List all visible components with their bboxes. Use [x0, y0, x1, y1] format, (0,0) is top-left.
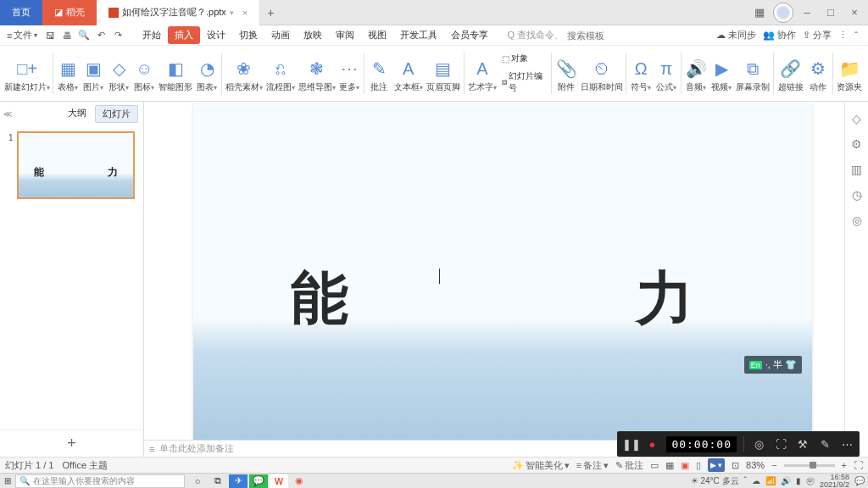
- rec-target-icon[interactable]: ◎: [751, 438, 766, 451]
- fit-icon[interactable]: ⛶: [854, 460, 863, 470]
- sync-status[interactable]: ☁ 未同步: [716, 29, 756, 42]
- ribbon-图片[interactable]: ▣图片▾: [81, 47, 106, 99]
- rec-tools-icon[interactable]: ⚒: [795, 438, 810, 451]
- ribbon-更多[interactable]: ⋯更多▾: [337, 47, 362, 99]
- outline-tab-outline[interactable]: 大纲: [61, 105, 93, 123]
- ribbon-tab-5[interactable]: 放映: [297, 26, 329, 44]
- ribbon-批注[interactable]: ✎批注: [366, 47, 392, 99]
- share-button[interactable]: ⇪ 分享: [803, 29, 832, 42]
- task-app2-icon[interactable]: ◉: [290, 474, 309, 488]
- sidebar-transition-icon[interactable]: ◎: [852, 214, 862, 227]
- notifications-icon[interactable]: 💬: [854, 476, 865, 485]
- ribbon-屏幕录制[interactable]: ⧉屏幕录制: [734, 47, 771, 99]
- comments-toggle[interactable]: ✎批注: [615, 459, 643, 472]
- search-input[interactable]: [567, 30, 618, 41]
- task-cortana-icon[interactable]: ○: [188, 474, 207, 488]
- notes-placeholder[interactable]: 单击此处添加备注: [159, 442, 234, 455]
- zoom-in-icon[interactable]: +: [842, 460, 847, 470]
- notes-toggle[interactable]: ≡备注 ▾: [576, 459, 609, 472]
- ribbon-形状[interactable]: ◇形状▾: [106, 47, 131, 99]
- undo-icon[interactable]: ↶: [93, 28, 108, 43]
- ribbon-图表[interactable]: ◔图表▾: [194, 47, 220, 99]
- task-wps-icon[interactable]: W: [270, 474, 288, 488]
- ribbon-tab-6[interactable]: 审阅: [329, 26, 361, 44]
- ribbon-附件[interactable]: 📎附件: [554, 47, 579, 99]
- tray-battery-icon[interactable]: ▮: [796, 476, 801, 485]
- sidebar-design-icon[interactable]: ◇: [852, 112, 861, 125]
- smart-beautify[interactable]: ✨智能美化 ▾: [512, 459, 570, 472]
- grid-icon[interactable]: ▦: [749, 3, 770, 23]
- view-normal-icon[interactable]: ▭: [650, 460, 659, 471]
- close-tab-icon[interactable]: ×: [242, 8, 248, 18]
- notes-toggle-icon[interactable]: ≡: [149, 444, 154, 454]
- ribbon-资源夹[interactable]: 📁资源夹: [835, 47, 865, 99]
- taskbar-search[interactable]: 🔍 在这里输入你要搜索的内容: [15, 474, 185, 488]
- ribbon-tab-2[interactable]: 设计: [200, 26, 232, 44]
- ribbon-日期和时间[interactable]: ⏲日期和时间: [579, 47, 624, 99]
- view-reading-icon[interactable]: ▣: [681, 460, 689, 471]
- sidebar-settings-icon[interactable]: ⚙: [851, 137, 862, 151]
- window-close[interactable]: ×: [844, 3, 865, 23]
- ribbon-slidenum[interactable]: ⧈幻灯片编号: [502, 70, 546, 94]
- sidebar-template-icon[interactable]: ▥: [851, 163, 862, 176]
- weather[interactable]: ☀ 24°C 多云: [691, 475, 739, 487]
- ribbon-tab-4[interactable]: 动画: [264, 26, 297, 44]
- ribbon-符号[interactable]: Ω符号▾: [628, 47, 654, 99]
- outline-tab-slides[interactable]: 幻灯片: [95, 105, 138, 123]
- sidebar-clock-icon[interactable]: ◷: [852, 188, 862, 202]
- slide-text-1[interactable]: 能: [291, 260, 348, 337]
- tab-home[interactable]: 首页: [0, 0, 42, 25]
- rec-edit-icon[interactable]: ✎: [817, 438, 832, 451]
- rec-record-icon[interactable]: ●: [644, 438, 659, 451]
- ribbon-智能图形[interactable]: ◧智能图形: [157, 47, 194, 99]
- zoom-out-icon[interactable]: −: [771, 460, 776, 470]
- rec-expand-icon[interactable]: ⛶: [773, 438, 788, 451]
- ribbon-新建幻灯片[interactable]: □+新建幻灯片▾: [3, 47, 51, 99]
- collapse-pane-icon[interactable]: ≪: [3, 109, 12, 119]
- file-menu[interactable]: ≡ 文件 ▾: [3, 27, 41, 43]
- ribbon-公式[interactable]: π公式▾: [654, 47, 679, 99]
- slide[interactable]: 能 力: [193, 103, 812, 440]
- ribbon-图标[interactable]: ☺图标▾: [131, 47, 157, 99]
- tab-daogao[interactable]: ◪稻壳: [42, 0, 97, 25]
- task-wechat-icon[interactable]: 💬: [249, 474, 268, 488]
- task-view-icon[interactable]: ⧉: [209, 474, 227, 488]
- view-slideshow-icon[interactable]: ▯: [696, 460, 701, 471]
- ribbon-tab-9[interactable]: 会员专享: [444, 26, 495, 44]
- more-icon[interactable]: ⋮: [838, 30, 848, 41]
- rec-more-icon[interactable]: ⋯: [839, 438, 854, 451]
- thumb-row[interactable]: 1 能 力: [8, 131, 135, 199]
- ribbon-思维导图[interactable]: ❃思维导图▾: [297, 47, 337, 99]
- collapse-ribbon-icon[interactable]: ˆ: [854, 30, 858, 41]
- ribbon-文本框[interactable]: A文本框▾: [392, 47, 424, 99]
- clock[interactable]: 16:58 2021/9/2: [820, 474, 849, 489]
- view-sorter-icon[interactable]: ▦: [665, 460, 674, 471]
- tray-cloud-icon[interactable]: ☁: [752, 476, 760, 485]
- play-button[interactable]: ▶ ▾: [708, 458, 725, 472]
- print-icon[interactable]: 🖶: [59, 28, 75, 43]
- rec-pause-icon[interactable]: ❚❚: [622, 438, 637, 451]
- dropdown-icon[interactable]: ▾: [230, 8, 234, 17]
- tray-up-icon[interactable]: ˆ: [744, 476, 747, 485]
- canvas-scroll[interactable]: 能 力 En ·, 半 👕: [144, 102, 844, 440]
- tray-sound-icon[interactable]: 🔊: [781, 476, 791, 485]
- zoom-fit-icon[interactable]: ⊡: [732, 460, 739, 471]
- task-app1-icon[interactable]: ✈: [229, 474, 248, 488]
- ribbon-流程图[interactable]: ⎌流程图▾: [264, 47, 297, 99]
- slide-thumbnail[interactable]: 能 力: [17, 131, 135, 199]
- ribbon-tab-3[interactable]: 切换: [232, 26, 264, 44]
- collab-button[interactable]: 👥 协作: [763, 29, 796, 42]
- save-icon[interactable]: 🖫: [42, 28, 58, 43]
- ribbon-object[interactable]: ⬚对象: [502, 53, 528, 64]
- ribbon-动作[interactable]: ⚙动作: [805, 47, 831, 99]
- ribbon-表格[interactable]: ▦表格▾: [55, 47, 81, 99]
- window-max[interactable]: □: [821, 3, 841, 23]
- ribbon-tab-8[interactable]: 开发工具: [393, 26, 444, 44]
- ribbon-稻壳素材[interactable]: ❀稻壳素材▾: [224, 47, 264, 99]
- ribbon-tab-7[interactable]: 视图: [361, 26, 393, 44]
- ribbon-艺术字[interactable]: A艺术字▾: [466, 47, 498, 99]
- ribbon-tab-0[interactable]: 开始: [136, 26, 168, 44]
- zoom-value[interactable]: 83%: [746, 460, 765, 470]
- ribbon-视频[interactable]: ▶视频▾: [709, 47, 734, 99]
- new-tab-button[interactable]: +: [260, 6, 281, 19]
